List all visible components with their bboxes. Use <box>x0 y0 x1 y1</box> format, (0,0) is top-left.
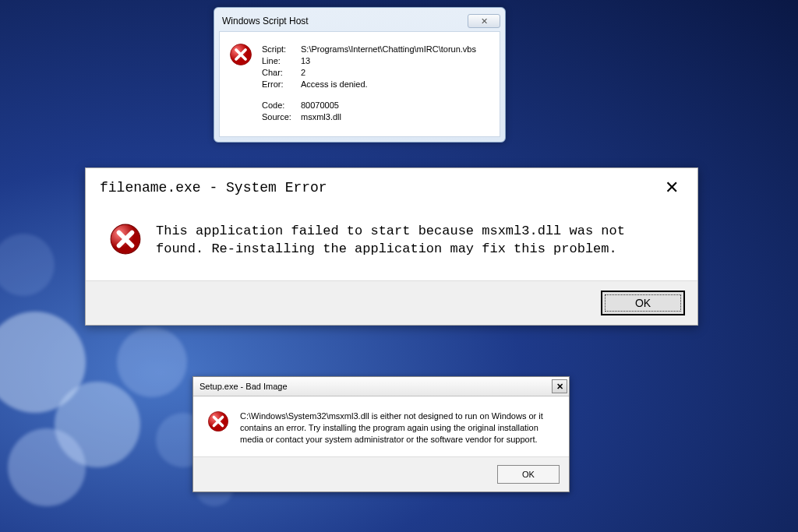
close-button[interactable]: ✕ <box>468 14 500 28</box>
label: Code: <box>262 100 299 111</box>
value: S:\Programs\Internet\Chatting\mIRC\torun… <box>301 44 481 55</box>
value: 13 <box>301 56 481 66</box>
error-icon <box>109 223 142 255</box>
bad-image-dialog: Setup.exe - Bad Image ✕ C:\Windows\Syste… <box>192 376 570 492</box>
close-icon: ✕ <box>481 16 488 26</box>
label: Error: <box>262 79 299 90</box>
value: msxml3.dll <box>301 112 481 122</box>
close-button[interactable]: ✕ <box>552 379 567 393</box>
dialog-footer: OK <box>193 456 569 491</box>
dialog-body: C:\Windows\System32\msxml3.dll is either… <box>193 396 569 456</box>
dialog-titlebar[interactable]: filename.exe - System Error ✕ <box>86 168 697 206</box>
dialog-titlebar[interactable]: Windows Script Host ✕ <box>219 12 500 31</box>
value: 80070005 <box>301 100 481 111</box>
dialog-body: This application failed to start because… <box>86 206 697 280</box>
dialog-titlebar[interactable]: Setup.exe - Bad Image ✕ <box>193 377 569 396</box>
script-host-dialog: Windows Script Host ✕ Script:S:\Programs… <box>214 7 506 143</box>
ok-button[interactable]: OK <box>601 291 685 315</box>
close-icon: ✕ <box>665 178 679 197</box>
value: Access is denied. <box>301 79 481 90</box>
error-message: This application failed to start because… <box>156 223 674 259</box>
dialog-body: Script:S:\Programs\Internet\Chatting\mIR… <box>219 31 500 137</box>
dialog-title: Setup.exe - Bad Image <box>200 382 288 391</box>
dialog-title: Windows Script Host <box>222 16 309 26</box>
label: Source: <box>262 112 299 122</box>
error-message: C:\Windows\System32\msxml3.dll is either… <box>240 410 555 446</box>
label: Script: <box>262 44 299 55</box>
close-icon: ✕ <box>556 382 563 392</box>
ok-button[interactable]: OK <box>497 465 560 484</box>
error-icon <box>229 43 252 66</box>
system-error-dialog: filename.exe - System Error ✕ This appli… <box>85 167 698 326</box>
close-button[interactable]: ✕ <box>660 178 683 198</box>
label: Char: <box>262 68 299 78</box>
dialog-title: filename.exe - System Error <box>100 180 327 196</box>
error-details: Script:S:\Programs\Internet\Chatting\mIR… <box>260 43 482 124</box>
label: Line: <box>262 56 299 66</box>
dialog-footer: OK <box>86 280 697 325</box>
error-icon <box>207 410 229 432</box>
value: 2 <box>301 68 481 78</box>
